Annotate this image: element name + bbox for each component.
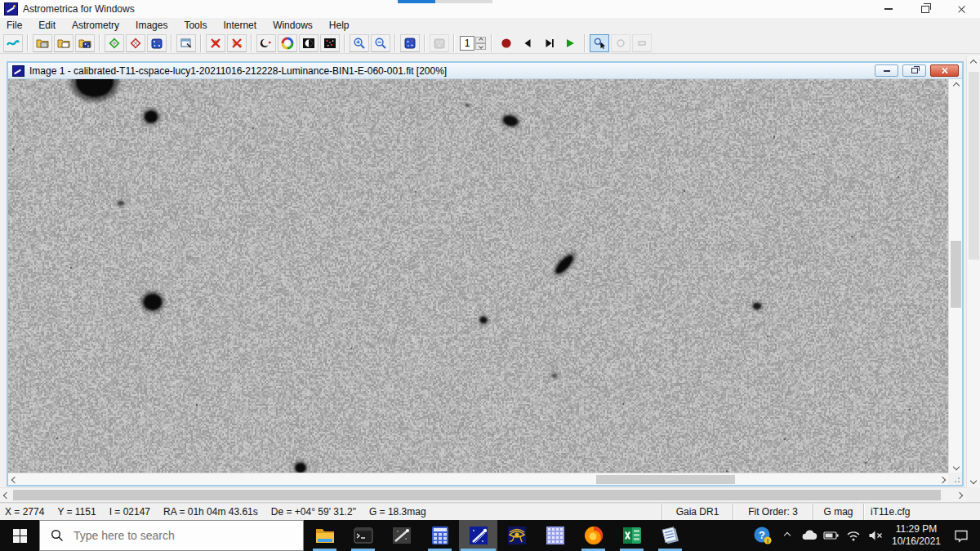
status-ra: RA = 01h 04m 43.61s [163, 506, 258, 518]
notepad-icon [660, 525, 681, 546]
delete-star-icon [209, 37, 222, 50]
spinner-up-button[interactable] [475, 37, 486, 43]
taskbar-app-notepad[interactable] [651, 520, 689, 551]
record-icon [500, 37, 513, 50]
open-file-folder-icon [57, 37, 70, 50]
scroll-right-button[interactable] [953, 488, 966, 502]
comet-image-icon [391, 525, 412, 546]
workspace-horizontal-scrollbar[interactable] [0, 487, 966, 502]
toolbar-open-file-button[interactable] [54, 34, 74, 52]
toolbar-step-forward-button[interactable] [539, 34, 559, 52]
toolbar-contrast-button[interactable] [299, 34, 318, 52]
app-title: Astrometrica for Windows [23, 3, 135, 15]
taskbar-app-eye-of-horus[interactable] [497, 520, 536, 551]
toolbar-blink-dice-button[interactable] [147, 34, 167, 52]
taskbar-app-file-explorer[interactable] [305, 520, 344, 551]
taskbar-search[interactable] [39, 520, 304, 551]
status-config-file: iT11e.cfg [863, 504, 980, 520]
scroll-down-button[interactable] [949, 460, 963, 473]
toolbar-invert-starfield-button[interactable] [320, 34, 340, 52]
menu-astrometry[interactable]: Astrometry [64, 20, 127, 31]
toolbar-load-star-catalog-button[interactable] [75, 34, 95, 52]
menu-edit[interactable]: Edit [30, 20, 64, 31]
invert-starfield-icon [323, 37, 336, 50]
toolbar-moon-phase-button[interactable] [256, 34, 276, 52]
tray-overflow-button[interactable] [779, 520, 795, 551]
toolbar-pointer-zoom-button[interactable] [590, 34, 609, 52]
image-window-titlebar[interactable]: Image 1 - calibrated-T11-cspace-lucy1-20… [8, 63, 962, 79]
toolbar-swoosh-button[interactable] [3, 34, 23, 52]
toolbar-reference-star-button[interactable] [105, 34, 124, 52]
taskbar-clock[interactable]: 11:29 PM 10/16/2021 [889, 523, 943, 548]
toolbar-delete-all-objects-button[interactable] [227, 34, 247, 52]
taskbar-app-comet-image[interactable] [382, 520, 421, 551]
taskbar-app-astrometrica[interactable] [459, 520, 497, 551]
menu-help[interactable]: Help [321, 20, 358, 31]
action-center-icon [953, 527, 969, 544]
resize-grip[interactable] [948, 473, 962, 485]
scroll-up-button[interactable] [949, 79, 963, 91]
scroll-left-button[interactable] [8, 473, 20, 486]
image-vertical-scrollbar[interactable] [948, 79, 962, 473]
minimize-button[interactable] [870, 0, 906, 18]
workspace-vertical-scrollbar[interactable] [966, 56, 980, 487]
horizontal-scroll-thumb[interactable] [13, 490, 941, 500]
star-catalog-folder-icon [78, 37, 91, 50]
dialog-window-icon [180, 37, 193, 50]
scroll-up-button[interactable] [967, 56, 980, 69]
toolbar-play-button[interactable] [560, 34, 580, 52]
scroll-right-button[interactable] [936, 473, 948, 486]
toolbar-zoom-out-button[interactable] [371, 34, 390, 52]
grid-app-icon [545, 525, 566, 546]
wifi-tray-button[interactable] [845, 520, 862, 551]
toolbar-record-button[interactable] [497, 34, 516, 52]
toolbar-delete-object-button[interactable] [206, 34, 225, 52]
scroll-down-button[interactable] [967, 473, 980, 487]
taskbar-app-firefox[interactable] [574, 520, 612, 551]
scroll-left-button[interactable] [0, 488, 13, 502]
toolbar-object-marker-button[interactable] [126, 34, 145, 52]
horizontal-scroll-thumb[interactable] [596, 475, 735, 484]
frame-number-input[interactable] [461, 37, 474, 50]
toolbar-zoom-in-button[interactable] [350, 34, 369, 52]
menu-tools[interactable]: Tools [176, 20, 215, 31]
taskbar-app-grid[interactable] [536, 520, 574, 551]
image-close-button[interactable] [930, 64, 959, 77]
vertical-scroll-thumb[interactable] [951, 241, 961, 308]
volume-tray-button[interactable] [867, 520, 884, 551]
toolbar-data-reduction-button[interactable] [176, 34, 196, 52]
image-restore-button[interactable] [902, 64, 926, 77]
menu-windows[interactable]: Windows [265, 20, 321, 31]
close-button[interactable] [943, 0, 980, 18]
vertical-scroll-thumb[interactable] [969, 72, 979, 260]
toolbar-star-map-button[interactable] [400, 34, 420, 52]
desktop: Astrometrica for Windows File Edit Astro… [0, 0, 980, 551]
action-center-button[interactable] [949, 520, 973, 551]
menu-internet[interactable]: Internet [215, 20, 265, 31]
menu-images[interactable]: Images [127, 20, 176, 31]
star-field-image[interactable] [8, 79, 948, 473]
taskbar-app-excel[interactable] [612, 520, 651, 551]
file-explorer-icon [314, 525, 336, 546]
restore-button[interactable] [906, 0, 943, 18]
toolbar-color-wheel-button[interactable] [278, 34, 297, 52]
status-y: Y = 1151 [57, 506, 96, 518]
menu-file[interactable]: File [0, 20, 30, 31]
spinner-down-button[interactable] [475, 43, 486, 50]
toolbar-open-images-button[interactable] [33, 34, 52, 52]
taskbar-app-terminal[interactable] [344, 520, 382, 551]
image-horizontal-scrollbar[interactable] [8, 473, 948, 485]
help-tray-button[interactable]: ?i [752, 520, 773, 551]
taskbar-app-calculator[interactable] [421, 520, 459, 551]
image-minimize-button[interactable] [875, 64, 898, 77]
search-input[interactable] [72, 528, 271, 543]
blue-dice-icon [150, 37, 163, 50]
swoosh-icon [7, 37, 20, 50]
contrast-icon [302, 37, 315, 50]
battery-tray-button[interactable] [823, 520, 840, 551]
start-button[interactable] [0, 520, 39, 551]
svg-text:i: i [767, 538, 768, 544]
onedrive-tray-button[interactable] [801, 520, 817, 551]
toolbar-step-back-button[interactable] [518, 34, 537, 52]
frame-number-field[interactable] [460, 36, 474, 51]
